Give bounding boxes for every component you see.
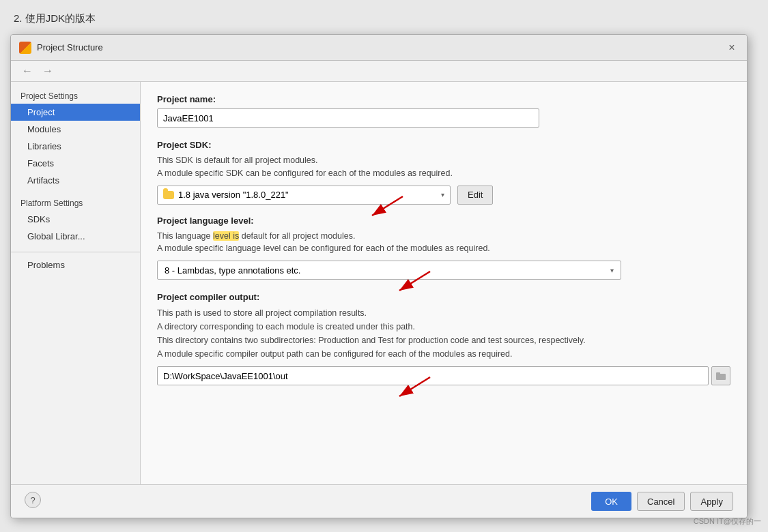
svg-rect-4 — [716, 374, 726, 380]
compiler-description: This path is used to store all project c… — [157, 306, 730, 361]
project-name-input[interactable] — [157, 108, 539, 128]
language-description: This language level is default for all p… — [157, 230, 730, 256]
project-sdk-label: Project SDK: — [157, 140, 730, 150]
sdk-dropdown-arrow: ▾ — [441, 191, 444, 198]
close-button[interactable]: × — [725, 41, 739, 55]
sidebar-item-artifacts[interactable]: Artifacts — [11, 172, 140, 189]
cancel-button[interactable]: Cancel — [637, 492, 685, 511]
compiler-output-label: Project compiler output: — [157, 292, 730, 302]
dialog-title: Project Structure — [37, 42, 725, 53]
platform-settings-label: Platform Settings — [11, 196, 140, 211]
language-level-section: Project language level: This language le… — [157, 216, 730, 280]
language-level-label: Project language level: — [157, 216, 730, 226]
sidebar-item-global-libraries[interactable]: Global Librar... — [11, 228, 140, 245]
compiler-output-section: Project compiler output: This path is us… — [157, 292, 730, 385]
sdk-dropdown[interactable]: 1.8 java version "1.8.0_221" ▾ — [157, 186, 451, 205]
sdk-row: 1.8 java version "1.8.0_221" ▾ Edit — [157, 186, 730, 205]
nav-back-button[interactable]: ← — [19, 63, 35, 78]
sidebar-item-sdks[interactable]: SDKs — [11, 211, 140, 228]
help-button[interactable]: ? — [25, 492, 41, 508]
watermark: CSDN IT@仅存的一 — [694, 516, 761, 527]
dialog-footer: ? OK Cancel Apply — [11, 484, 747, 518]
language-dropdown[interactable]: 8 - Lambdas, type annotations etc. ▾ — [157, 261, 621, 280]
browse-folder-button[interactable] — [711, 366, 730, 385]
folder-icon — [163, 191, 174, 199]
project-sdk-section: Project SDK: This SDK is default for all… — [157, 140, 730, 205]
sidebar-item-modules[interactable]: Modules — [11, 121, 140, 138]
dialog-navbar: ← → — [11, 61, 747, 82]
project-structure-dialog: Project Structure × ← → Project Settings… — [10, 34, 748, 518]
apply-button[interactable]: Apply — [690, 492, 733, 511]
output-path-row — [157, 366, 730, 385]
language-value: 8 - Lambdas, type annotations etc. — [165, 265, 300, 276]
sidebar-item-project[interactable]: Project — [11, 104, 140, 121]
sidebar-item-facets[interactable]: Facets — [11, 155, 140, 172]
nav-forward-button[interactable]: → — [40, 63, 56, 78]
ok-button[interactable]: OK — [591, 492, 631, 511]
page-title: 2. 使用JDK的版本 — [14, 12, 96, 25]
folder-browse-icon — [716, 372, 726, 380]
language-dropdown-arrow: ▾ — [610, 267, 614, 274]
project-name-section: Project name: — [157, 94, 730, 128]
project-name-label: Project name: — [157, 94, 730, 104]
dialog-icon — [19, 42, 31, 54]
sidebar: Project Settings Project Modules Librari… — [11, 82, 141, 484]
language-dropdown-container: 8 - Lambdas, type annotations etc. ▾ — [157, 261, 730, 280]
sidebar-item-problems[interactable]: Problems — [11, 256, 140, 274]
sdk-value: 1.8 java version "1.8.0_221" — [178, 190, 289, 200]
dialog-titlebar: Project Structure × — [11, 35, 747, 61]
edit-sdk-button[interactable]: Edit — [457, 186, 493, 205]
svg-rect-5 — [716, 372, 720, 374]
compiler-output-input[interactable] — [157, 366, 709, 385]
sdk-description: This SDK is default for all project modu… — [157, 154, 730, 180]
dialog-body: Project Settings Project Modules Librari… — [11, 82, 747, 484]
sidebar-bottom: Problems — [11, 252, 140, 274]
main-panel: Project name: Project SDK: This SDK is d… — [141, 82, 747, 484]
sidebar-item-libraries[interactable]: Libraries — [11, 138, 140, 155]
project-settings-label: Project Settings — [11, 89, 140, 104]
